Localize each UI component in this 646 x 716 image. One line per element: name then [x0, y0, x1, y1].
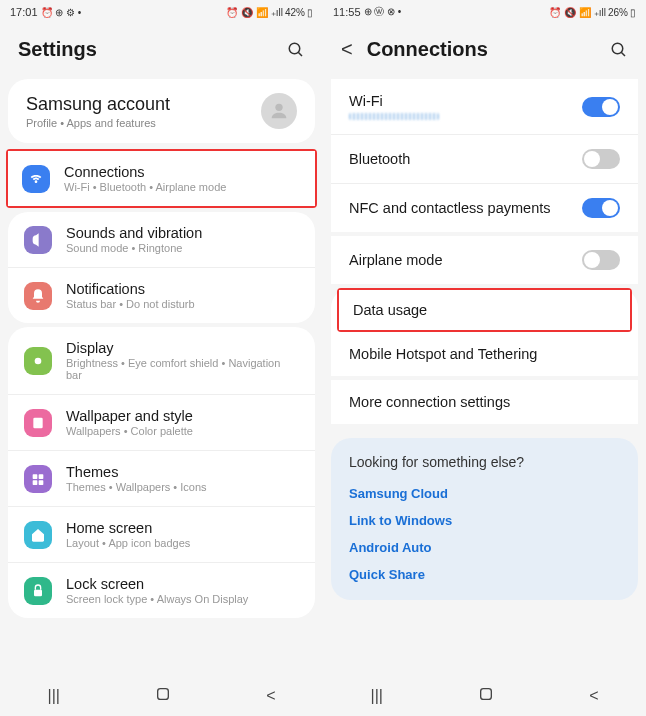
conn-title: Data usage: [353, 302, 427, 318]
svg-rect-10: [158, 689, 169, 700]
svg-rect-13: [481, 689, 492, 700]
status-icon: ⏰ ⊕ ⚙ •: [41, 7, 82, 18]
svg-rect-8: [39, 480, 44, 485]
wi-fi-toggle[interactable]: [582, 97, 620, 117]
home-button[interactable]: [478, 686, 494, 706]
svg-line-1: [298, 52, 302, 56]
highlight-data-usage: Data usage: [337, 288, 632, 332]
settings-item-lock-screen[interactable]: Lock screenScreen lock type • Always On …: [8, 562, 315, 618]
home-screen-icon: [24, 521, 52, 549]
navbar: ||| <: [0, 676, 323, 716]
battery-icon: ▯: [630, 7, 636, 18]
suggest-link-quick-share[interactable]: Quick Share: [349, 561, 620, 588]
home-button[interactable]: [155, 686, 171, 706]
settings-title: Settings: [18, 38, 97, 61]
account-title: Samsung account: [26, 94, 170, 115]
item-subtitle: Status bar • Do not disturb: [66, 298, 299, 310]
item-subtitle: Sound mode • Ringtone: [66, 242, 299, 254]
suggest-link-samsung-cloud[interactable]: Samsung Cloud: [349, 480, 620, 507]
wifi-network-name: [349, 113, 439, 120]
settings-item-notifications[interactable]: NotificationsStatus bar • Do not disturb: [8, 267, 315, 323]
conn-item-mobile-hotspot-and-tethering[interactable]: Mobile Hotspot and Tethering: [331, 332, 638, 376]
status-time: 17:01: [10, 6, 38, 18]
search-icon[interactable]: [287, 41, 305, 59]
conn-title: NFC and contactless payments: [349, 200, 550, 216]
connections-group: Airplane mode: [331, 236, 638, 284]
conn-item-airplane-mode[interactable]: Airplane mode: [331, 236, 638, 284]
status-icons: ⏰ 🔇 📶 ₊ıll: [226, 7, 283, 18]
sounds-and-vibration-icon: [24, 226, 52, 254]
airplane-mode-toggle[interactable]: [582, 250, 620, 270]
connections-group: Wi-FiBluetoothNFC and contactless paymen…: [331, 79, 638, 232]
account-subtitle: Profile • Apps and features: [26, 117, 170, 129]
back-button[interactable]: <: [266, 687, 275, 705]
settings-item-display[interactable]: DisplayBrightness • Eye comfort shield •…: [8, 327, 315, 394]
svg-point-3: [35, 357, 42, 364]
item-title: Notifications: [66, 281, 299, 297]
suggest-link-link-to-windows[interactable]: Link to Windows: [349, 507, 620, 534]
battery-icon: ▯: [307, 7, 313, 18]
connections-icon: [22, 165, 50, 193]
connections-header: < Connections: [323, 24, 646, 75]
conn-title: Mobile Hotspot and Tethering: [349, 346, 537, 362]
samsung-account-card[interactable]: Samsung account Profile • Apps and featu…: [8, 79, 315, 143]
conn-title: Wi-Fi: [349, 93, 439, 109]
conn-item-wi-fi[interactable]: Wi-Fi: [331, 79, 638, 134]
back-button[interactable]: <: [589, 687, 598, 705]
item-title: Lock screen: [66, 576, 299, 592]
status-icon: ⊕ ⓦ ⊗ •: [364, 5, 402, 19]
svg-rect-5: [33, 474, 38, 479]
settings-item-home-screen[interactable]: Home screenLayout • App icon badges: [8, 506, 315, 562]
status-battery: 42%: [285, 7, 305, 18]
item-title: Display: [66, 340, 299, 356]
settings-screen: 17:01 ⏰ ⊕ ⚙ • ⏰ 🔇 📶 ₊ıll 42% ▯ Settings …: [0, 0, 323, 716]
svg-point-11: [612, 43, 623, 54]
conn-item-bluetooth[interactable]: Bluetooth: [331, 134, 638, 183]
item-title: Wallpaper and style: [66, 408, 299, 424]
avatar[interactable]: [261, 93, 297, 129]
svg-rect-7: [33, 480, 38, 485]
status-icons: ⏰ 🔇 📶 ₊ıll: [549, 7, 606, 18]
connections-group: More connection settings: [331, 380, 638, 424]
settings-item-wallpaper-and-style[interactable]: Wallpaper and styleWallpapers • Color pa…: [8, 394, 315, 450]
item-subtitle: Layout • App icon badges: [66, 537, 299, 549]
suggestions-title: Looking for something else?: [349, 454, 620, 470]
settings-item-sounds-and-vibration[interactable]: Sounds and vibrationSound mode • Rington…: [8, 212, 315, 267]
suggestions-box: Looking for something else? Samsung Clou…: [331, 438, 638, 600]
item-title: Connections: [64, 164, 301, 180]
bluetooth-toggle[interactable]: [582, 149, 620, 169]
svg-rect-4: [33, 417, 42, 428]
item-title: Sounds and vibration: [66, 225, 299, 241]
status-battery: 26%: [608, 7, 628, 18]
settings-item-connections[interactable]: ConnectionsWi-Fi • Bluetooth • Airplane …: [8, 151, 315, 206]
display-icon: [24, 347, 52, 375]
conn-title: More connection settings: [349, 394, 510, 410]
recents-button[interactable]: |||: [371, 687, 383, 705]
status-bar: 17:01 ⏰ ⊕ ⚙ • ⏰ 🔇 📶 ₊ıll 42% ▯: [0, 0, 323, 24]
item-subtitle: Wi-Fi • Bluetooth • Airplane mode: [64, 181, 301, 193]
wallpaper-and-style-icon: [24, 409, 52, 437]
svg-rect-9: [34, 589, 42, 596]
status-time: 11:55: [333, 6, 361, 18]
item-title: Themes: [66, 464, 299, 480]
themes-icon: [24, 465, 52, 493]
conn-item-nfc-and-contactless-payments[interactable]: NFC and contactless payments: [331, 183, 638, 232]
conn-item-more-connection-settings[interactable]: More connection settings: [331, 380, 638, 424]
search-icon[interactable]: [610, 41, 628, 59]
recents-button[interactable]: |||: [48, 687, 60, 705]
conn-item-data-usage[interactable]: Data usage: [339, 290, 630, 330]
back-arrow-icon[interactable]: <: [341, 38, 353, 61]
connections-title: Connections: [367, 38, 488, 61]
item-subtitle: Themes • Wallpapers • Icons: [66, 481, 299, 493]
svg-point-0: [289, 43, 300, 54]
lock-screen-icon: [24, 577, 52, 605]
item-subtitle: Brightness • Eye comfort shield • Naviga…: [66, 357, 299, 381]
svg-point-2: [275, 104, 282, 111]
nfc-and-contactless-payments-toggle[interactable]: [582, 198, 620, 218]
item-subtitle: Wallpapers • Color palette: [66, 425, 299, 437]
settings-item-themes[interactable]: ThemesThemes • Wallpapers • Icons: [8, 450, 315, 506]
suggest-link-android-auto[interactable]: Android Auto: [349, 534, 620, 561]
highlight-connections: ConnectionsWi-Fi • Bluetooth • Airplane …: [6, 149, 317, 208]
notifications-icon: [24, 282, 52, 310]
item-title: Home screen: [66, 520, 299, 536]
